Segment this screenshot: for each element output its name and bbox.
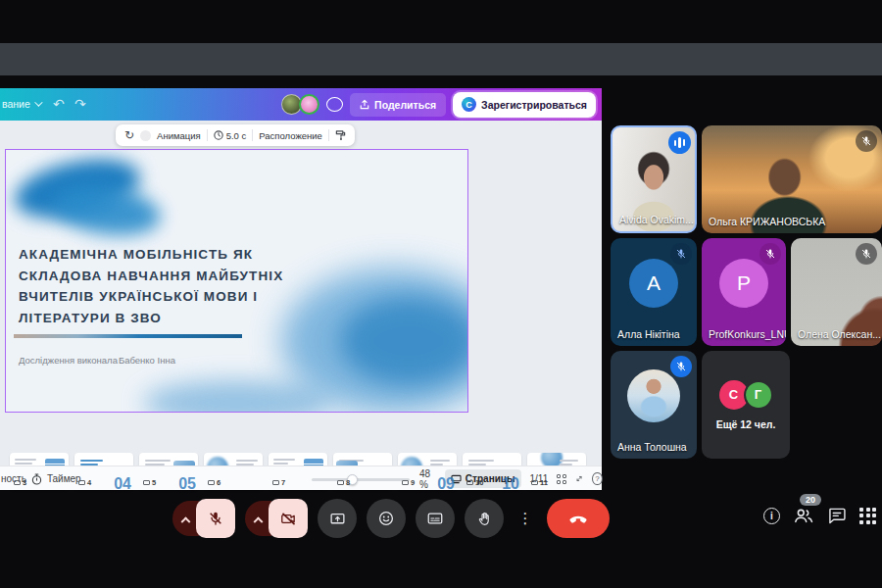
camera-options-button[interactable] — [245, 501, 271, 536]
mic-off-icon — [208, 511, 223, 526]
mic-off-icon — [856, 243, 877, 265]
timer-icon — [31, 473, 42, 485]
zoom-slider[interactable] — [312, 478, 410, 481]
phone-hangup-icon — [567, 508, 589, 529]
call-controls: ⋮ — [172, 499, 610, 538]
meeting-window: вание ↶ ↷ Поделиться C Зарегистрироватьс… — [0, 0, 882, 588]
monitor-icon — [208, 480, 215, 485]
color-swatch[interactable] — [140, 130, 151, 141]
slide-credits: Дослідження виконала Бабенко Інна — [19, 355, 175, 366]
speaking-indicator-icon — [668, 131, 691, 154]
participant-tile[interactable]: А Алла Нікітіна — [611, 238, 697, 346]
mic-options-button[interactable] — [172, 501, 199, 536]
undo-icon[interactable]: ↶ — [53, 94, 65, 114]
avatar: Г — [744, 380, 773, 410]
chat-button[interactable] — [827, 506, 847, 525]
paint-roller-icon[interactable] — [335, 129, 346, 141]
mic-off-icon — [670, 356, 692, 377]
mic-off-icon — [760, 243, 781, 265]
chevron-up-icon — [254, 516, 264, 526]
register-button-label: Зарегистрироваться — [481, 99, 587, 111]
present-screen-button[interactable] — [318, 499, 357, 538]
slide-canvas[interactable]: АКАДЕМІЧНА МОБІЛЬНІСТЬ ЯК СКЛАДОВА НАВЧА… — [5, 149, 468, 413]
grid-view-icon[interactable] — [557, 474, 566, 484]
upload-icon — [360, 99, 369, 110]
share-button[interactable]: Поделиться — [350, 93, 446, 117]
monitor-icon — [14, 480, 21, 485]
duration-button[interactable]: 5.0 с — [214, 130, 247, 141]
fullscreen-icon[interactable] — [575, 473, 583, 484]
reactions-button[interactable] — [367, 499, 406, 538]
camera-toggle-button[interactable] — [269, 499, 308, 538]
refresh-icon[interactable]: ↻ — [124, 129, 134, 141]
mic-off-icon — [670, 243, 692, 265]
duration-value: 5.0 с — [226, 130, 247, 141]
participant-tile[interactable]: Анна Толошна — [611, 351, 697, 459]
monitor-icon — [402, 480, 409, 485]
redo-icon[interactable]: ↷ — [74, 94, 86, 114]
participant-tile[interactable]: Олена Олексан... — [791, 238, 882, 346]
canva-header: вание ↶ ↷ Поделиться C Зарегистрироватьс… — [0, 88, 602, 121]
participant-tile[interactable]: Ольга КРИЖАНОВСЬКА — [702, 125, 882, 233]
participant-tile[interactable]: P ProfKonkurs_LNU — [702, 238, 786, 346]
participant-tile[interactable]: Alvida Ovakim... — [611, 125, 697, 233]
activities-grid-icon[interactable] — [859, 508, 876, 524]
meeting-panel-icons: i 20 — [763, 506, 876, 525]
credit-name: Бабенко Інна — [119, 355, 175, 366]
help-icon[interactable]: ? — [592, 472, 602, 485]
zoom-value[interactable]: 48 % — [419, 468, 436, 490]
mic-control-group — [172, 499, 235, 538]
monitor-icon — [466, 480, 473, 485]
participant-count-badge: 20 — [800, 494, 821, 506]
timer-label[interactable]: Таймер — [47, 473, 81, 484]
clock-icon — [214, 130, 223, 140]
document-menu-label: вание — [2, 98, 30, 110]
participant-name: ProfKonkurs_LNU — [709, 328, 786, 340]
more-participants-label: Ещё 12 чел. — [716, 418, 776, 430]
more-options-button[interactable]: ⋮ — [514, 499, 537, 538]
info-icon[interactable]: i — [763, 508, 780, 524]
document-menu[interactable]: вание — [2, 98, 40, 110]
chevron-down-icon — [34, 98, 42, 106]
camera-control-group — [245, 499, 308, 538]
divider — [252, 129, 253, 141]
comments-icon[interactable] — [326, 97, 343, 112]
credit-label: Дослідження виконала — [19, 355, 118, 366]
divider — [207, 129, 208, 141]
participant-name: Анна Толошна — [617, 441, 687, 453]
avatar: P — [719, 259, 768, 308]
chevron-up-icon — [181, 516, 191, 526]
mic-off-icon — [856, 130, 877, 152]
monitor-icon — [143, 480, 150, 485]
overflow-avatars: С Г — [719, 380, 773, 410]
animation-button[interactable]: Анимация — [157, 130, 201, 141]
slide-blob-decoration — [143, 380, 329, 413]
avatar[interactable] — [299, 94, 319, 115]
smiley-icon — [377, 510, 395, 527]
captions-button[interactable] — [416, 499, 455, 538]
participant-name: Alvida Ovakim... — [619, 214, 694, 225]
raise-hand-button[interactable] — [465, 499, 504, 538]
share-button-label: Поделиться — [374, 99, 436, 111]
slide-divider-line — [14, 334, 242, 338]
slide-blob-decoration — [50, 180, 164, 242]
shared-screen-canva: вание ↶ ↷ Поделиться C Зарегистрироватьс… — [0, 88, 602, 490]
hand-icon — [476, 511, 493, 527]
more-participants-tile[interactable]: С Г Ещё 12 чел. — [702, 351, 790, 459]
layout-button[interactable]: Расположение — [259, 130, 322, 141]
monitor-icon — [337, 480, 344, 485]
people-button[interactable]: 20 — [793, 506, 814, 525]
monitor-icon — [78, 480, 85, 485]
window-titlebar — [0, 43, 882, 75]
slide-title: АКАДЕМІЧНА МОБІЛЬНІСТЬ ЯК СКЛАДОВА НАВЧА… — [19, 244, 324, 328]
slide-blob-decoration — [340, 297, 468, 385]
register-button[interactable]: C Зарегистрироваться — [453, 92, 596, 118]
captions-icon — [426, 510, 444, 527]
mic-toggle-button[interactable] — [196, 499, 235, 538]
people-icon — [793, 506, 814, 525]
monitor-icon — [531, 480, 538, 485]
element-toolbar: ↻ Анимация 5.0 с Расположение — [116, 124, 355, 146]
header-right-group: Поделиться C Зарегистрироваться — [281, 88, 596, 121]
end-call-button[interactable] — [547, 499, 610, 538]
avatar — [627, 369, 680, 422]
